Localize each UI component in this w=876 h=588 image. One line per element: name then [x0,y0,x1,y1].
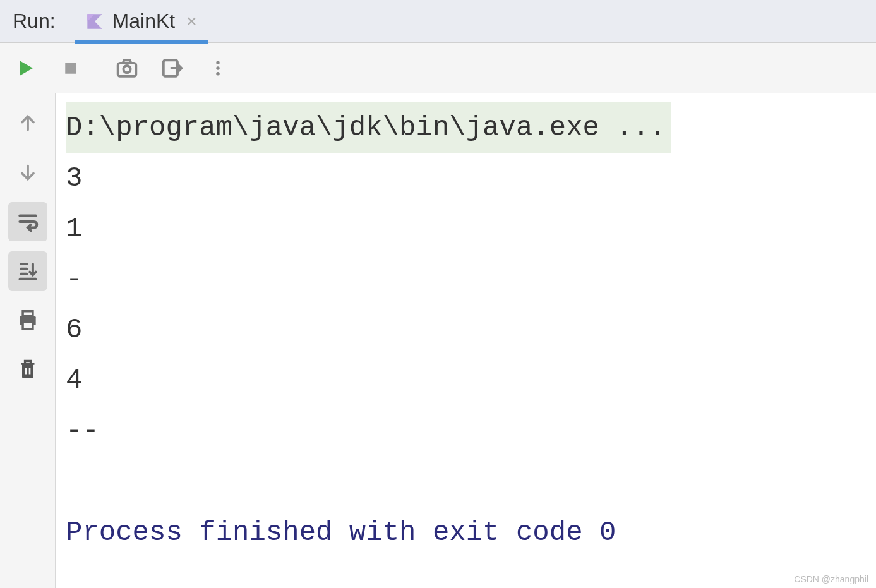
content-area: D:\program\java\jdk\bin\java.exe ... 3 1… [0,93,876,588]
svg-rect-0 [65,63,76,74]
output-line: 6 [66,314,82,345]
svg-rect-9 [23,322,33,329]
exit-button[interactable] [159,54,186,82]
more-button[interactable] [204,54,232,82]
svg-rect-10 [22,364,33,378]
svg-rect-7 [23,311,33,316]
print-button[interactable] [8,301,47,340]
console-output[interactable]: D:\program\java\jdk\bin\java.exe ... 3 1… [56,93,876,588]
toolbar-divider [99,54,99,82]
stop-button[interactable] [57,54,85,82]
run-header: Run: MainKt × [0,0,876,43]
close-icon[interactable]: × [186,11,196,32]
rerun-button[interactable] [11,54,39,82]
up-stack-button[interactable] [8,104,47,143]
output-line: 4 [66,364,82,396]
down-stack-button[interactable] [8,153,47,192]
output-line: 3 [66,162,82,194]
exit-message: Process finished with exit code 0 [66,517,616,548]
run-toolbar [0,43,876,93]
svg-point-2 [123,66,130,73]
svg-point-6 [216,72,220,76]
output-line: - [66,263,82,295]
svg-point-5 [216,66,220,70]
tab-label: MainKt [112,9,176,33]
output-line: 1 [66,213,82,244]
svg-point-4 [216,61,220,64]
scroll-to-end-button[interactable] [8,251,47,291]
output-line: -- [66,415,99,447]
clear-button[interactable] [8,350,47,389]
screenshot-button[interactable] [113,54,141,82]
kotlin-icon [86,13,104,30]
watermark: CSDN @zhangphil [794,574,868,584]
tab-mainkt[interactable]: MainKt × [75,2,208,44]
run-label: Run: [13,9,56,33]
command-line: D:\program\java\jdk\bin\java.exe ... [66,102,671,153]
console-sidebar [0,93,56,588]
soft-wrap-button[interactable] [8,202,47,241]
